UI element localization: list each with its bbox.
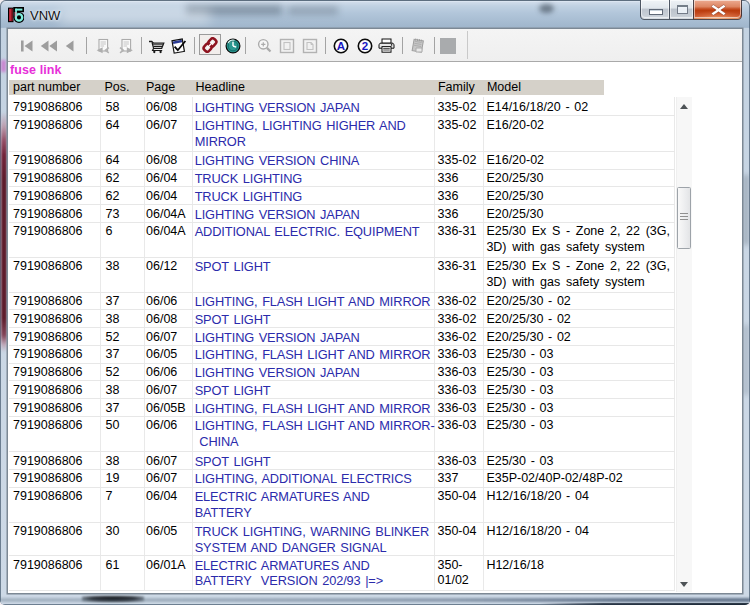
svg-text:A: A <box>337 40 345 52</box>
svg-text:2: 2 <box>361 40 367 52</box>
